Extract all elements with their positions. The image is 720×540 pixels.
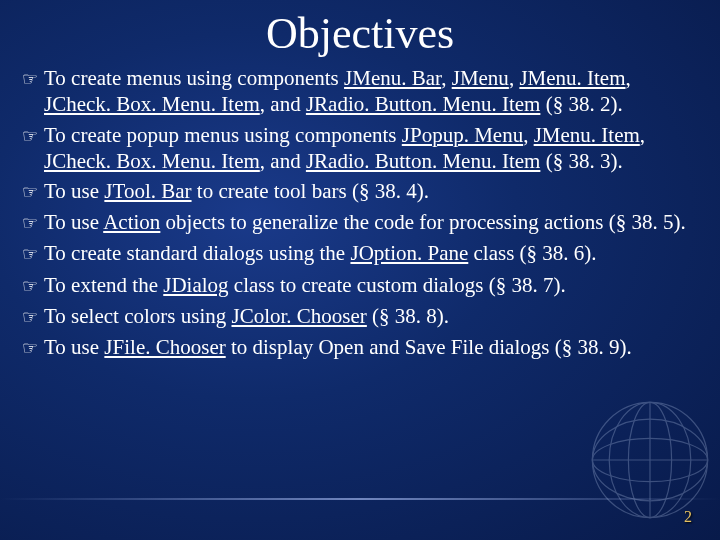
objective-text: To select colors using JColor. Chooser (… [44, 303, 698, 329]
objectives-list: ☞To create menus using components JMenu.… [0, 59, 720, 361]
objective-text: To use JFile. Chooser to display Open an… [44, 334, 698, 360]
svg-point-3 [628, 402, 671, 517]
pointing-hand-icon: ☞ [22, 334, 44, 361]
svg-point-1 [592, 438, 707, 481]
pointing-hand-icon: ☞ [22, 122, 44, 149]
pointing-hand-icon: ☞ [22, 178, 44, 205]
objective-item: ☞To extend the JDialog class to create c… [22, 272, 698, 299]
pointing-hand-icon: ☞ [22, 65, 44, 92]
svg-point-4 [609, 402, 691, 517]
pointing-hand-icon: ☞ [22, 240, 44, 267]
objective-text: To create popup menus using components J… [44, 122, 698, 175]
objective-item: ☞To create standard dialogs using the JO… [22, 240, 698, 267]
objective-item: ☞To use JTool. Bar to create tool bars (… [22, 178, 698, 205]
objective-text: To extend the JDialog class to create cu… [44, 272, 698, 298]
pointing-hand-icon: ☞ [22, 272, 44, 299]
divider [0, 498, 720, 500]
objective-item: ☞To create popup menus using components … [22, 122, 698, 175]
objective-item: ☞To use Action objects to generalize the… [22, 209, 698, 236]
objective-text: To use JTool. Bar to create tool bars (§… [44, 178, 698, 204]
svg-point-2 [592, 419, 707, 501]
pointing-hand-icon: ☞ [22, 303, 44, 330]
objective-text: To use Action objects to generalize the … [44, 209, 698, 235]
slide-title: Objectives [0, 0, 720, 59]
page-number: 2 [684, 508, 692, 526]
objective-text: To create menus using components JMenu. … [44, 65, 698, 118]
objective-item: ☞To use JFile. Chooser to display Open a… [22, 334, 698, 361]
objective-item: ☞To select colors using JColor. Chooser … [22, 303, 698, 330]
globe-icon [590, 400, 710, 520]
slide: Objectives ☞To create menus using compon… [0, 0, 720, 540]
objective-item: ☞To create menus using components JMenu.… [22, 65, 698, 118]
objective-text: To create standard dialogs using the JOp… [44, 240, 698, 266]
svg-point-0 [592, 402, 707, 517]
pointing-hand-icon: ☞ [22, 209, 44, 236]
